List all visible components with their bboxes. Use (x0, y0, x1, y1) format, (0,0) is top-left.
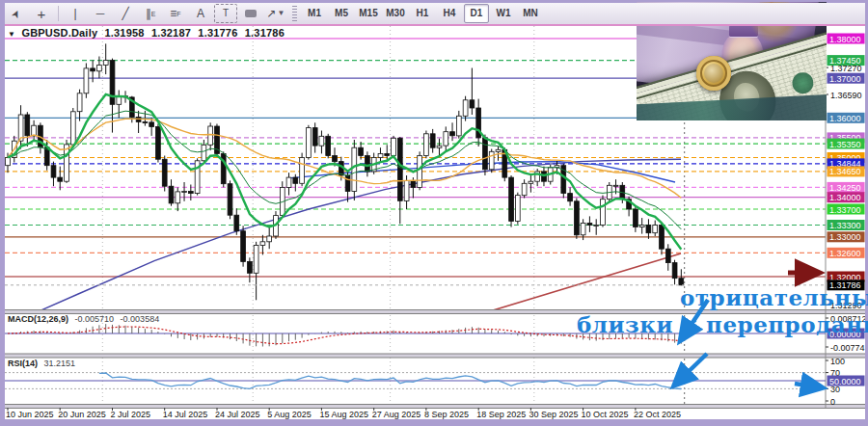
annotation-text-2: близки к перепроданности (577, 311, 868, 337)
toolbar-grip (292, 6, 297, 21)
label-tool[interactable]: T (214, 4, 237, 23)
macd-indicator-label: MACD(12,26,9) -0.005710 -0.003584 (8, 314, 159, 324)
svg-text:1.36590: 1.36590 (830, 91, 862, 100)
svg-text:1.34000: 1.34000 (829, 193, 861, 202)
svg-text:10 Oct 2025: 10 Oct 2025 (582, 410, 629, 419)
shapes-tool[interactable] (239, 4, 262, 23)
svg-text:1.38000: 1.38000 (829, 35, 861, 44)
svg-text:10 Jun 2025: 10 Jun 2025 (6, 410, 54, 419)
svg-text:1.34650: 1.34650 (829, 167, 861, 176)
timeframe-m15[interactable]: M15 (356, 4, 381, 23)
svg-text:1.33700: 1.33700 (829, 205, 861, 215)
svg-text:1.37270: 1.37270 (830, 64, 862, 73)
timeframe-m1[interactable]: M1 (302, 4, 327, 23)
price-high: 1.32187 (151, 27, 191, 39)
svg-text:0: 0 (830, 397, 835, 407)
symbol-name: GBPUSD.Daily (21, 27, 97, 39)
svg-text:1.36000: 1.36000 (829, 114, 861, 123)
toolbar-separator (58, 6, 59, 21)
svg-text:100: 100 (830, 357, 845, 366)
timeframe-d1[interactable]: D1 (464, 4, 489, 23)
svg-text:22 Oct 2025: 22 Oct 2025 (634, 410, 681, 419)
svg-text:30 Sep 2025: 30 Sep 2025 (529, 410, 578, 419)
svg-text:20 Jun 2025: 20 Jun 2025 (58, 410, 106, 419)
pointer-tool[interactable]: ➤ (5, 4, 28, 23)
macd-value-1: -0.005710 (75, 314, 115, 324)
svg-text:14 Jul 2025: 14 Jul 2025 (163, 410, 208, 419)
price-low: 1.31776 (198, 27, 237, 39)
svg-text:15 Aug 2025: 15 Aug 2025 (319, 410, 368, 419)
svg-text:24 Jul 2025: 24 Jul 2025 (215, 410, 260, 419)
timeframe-h4[interactable]: H4 (437, 4, 462, 23)
timeframe-m5[interactable]: M5 (329, 4, 354, 23)
price-open: 1.31958 (104, 27, 144, 39)
timeframe-w1[interactable]: W1 (491, 4, 516, 23)
annotation-text-1: отрицательный (680, 284, 868, 310)
svg-text:27 Aug 2025: 27 Aug 2025 (372, 410, 421, 419)
rsi-name: RSI(14) (8, 359, 38, 368)
svg-text:18 Sep 2025: 18 Sep 2025 (476, 410, 526, 419)
rsi-indicator-label: RSI(14) 31.2151 (8, 359, 75, 368)
svg-text:-0.00774: -0.00774 (830, 343, 865, 353)
svg-text:1.33000: 1.33000 (829, 232, 861, 242)
timeframe-m30[interactable]: M30 (383, 4, 408, 23)
rsi-value: 31.2151 (44, 359, 76, 368)
price-close: 1.31786 (245, 27, 285, 39)
vertical-line-tool[interactable]: | (64, 4, 87, 23)
timeframe-h1[interactable]: H1 (410, 4, 435, 23)
chart-toolbar: ➤+|─╱∥E≡FAT↗▼M1M5M15M30H1H4D1W1MN (5, 3, 865, 25)
text-tool[interactable]: A (189, 4, 212, 23)
svg-text:30: 30 (830, 385, 840, 394)
equidistant-channel-tool[interactable]: ∥E (139, 4, 162, 23)
macd-name: MACD(12,26,9) (8, 314, 68, 324)
svg-text:1.35350: 1.35350 (829, 140, 861, 149)
toolbar-divider (5, 24, 865, 26)
horizontal-line-tool[interactable]: ─ (89, 4, 112, 23)
fibonacci-tool[interactable]: ≡F (164, 4, 187, 23)
svg-text:1.33300: 1.33300 (829, 221, 861, 230)
timeframe-mn[interactable]: MN (518, 4, 543, 23)
macd-value-2: -0.003584 (121, 314, 160, 324)
svg-text:2 Jul 2025: 2 Jul 2025 (111, 410, 151, 419)
svg-text:1.37000: 1.37000 (829, 74, 861, 84)
terminal-window: 1.380001.374501.370001.360001.355001.353… (0, 0, 868, 426)
collapse-triangle-icon[interactable]: ▼ (8, 30, 15, 39)
svg-text:1.32600: 1.32600 (829, 249, 861, 258)
arrows-tool[interactable]: ↗▼ (264, 4, 287, 23)
svg-text:1.34250: 1.34250 (829, 183, 861, 193)
trendline-tool[interactable]: ╱ (114, 4, 137, 23)
svg-text:8 Sep 2025: 8 Sep 2025 (424, 410, 469, 419)
symbol-ohlc-bar: ▼ GBPUSD.Daily 1.31958 1.32187 1.31776 1… (8, 27, 288, 39)
crosshair-tool[interactable]: + (30, 4, 53, 23)
svg-text:5 Aug 2025: 5 Aug 2025 (267, 410, 312, 419)
